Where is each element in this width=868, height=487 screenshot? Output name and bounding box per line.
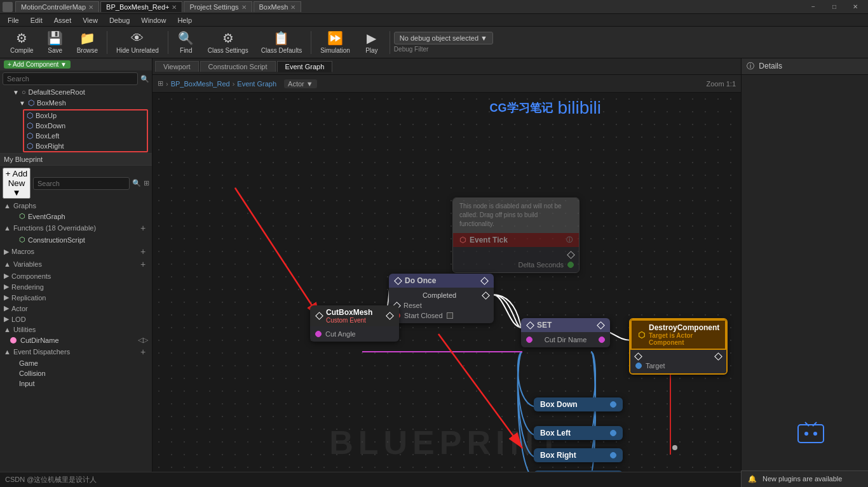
set-cut-dir-out[interactable]	[599, 337, 605, 343]
completed-pin[interactable]	[482, 291, 490, 300]
set-exec-in[interactable]	[526, 321, 534, 330]
components-header[interactable]: + Add Component ▼	[0, 58, 152, 70]
ed-add-icon[interactable]: +	[138, 347, 148, 357]
close-button[interactable]: ✕	[845, 0, 865, 14]
bilibili-tv-icon	[792, 417, 830, 449]
replication-section[interactable]: ▶ Replication	[0, 292, 152, 303]
tree-item-boxup[interactable]: ⬡ BoxUp	[24, 110, 147, 121]
simulation-button[interactable]: ⏩ Simulation	[315, 29, 355, 57]
do-once-exec-out[interactable]	[480, 277, 489, 285]
hide-unrelated-button[interactable]: 👁 Hide Unrelated	[111, 29, 164, 57]
start-closed-checkbox[interactable]	[447, 312, 453, 319]
tab-close-icon[interactable]: ✕	[172, 4, 177, 11]
tree-item-scene-root[interactable]: ▼ ○ DefaultSceneRoot	[0, 87, 152, 97]
box-right-node[interactable]: Box Right	[534, 448, 623, 462]
debug-filter-dropdown[interactable]: No debug object selected ▼	[394, 32, 493, 44]
box-left-out-pin[interactable]	[610, 430, 616, 436]
tab-event-graph[interactable]: Event Graph	[277, 61, 333, 72]
tab-motion-controller[interactable]: MotionControllerMap ✕	[15, 1, 99, 12]
exec-out-pin[interactable]	[567, 251, 575, 259]
ed-game[interactable]: Game	[0, 358, 152, 368]
menu-debug[interactable]: Debug	[104, 15, 135, 25]
var-expand-icon: ◁▷	[138, 336, 148, 344]
tree-item-boxright[interactable]: ⬡ BoxRight	[24, 141, 147, 151]
tab-boxmesh[interactable]: BoxMesh ✕	[254, 1, 302, 12]
event-dispatchers-section[interactable]: ▲ Event Dispatchers +	[0, 345, 152, 358]
view-options-icon[interactable]: ⊞	[144, 179, 149, 187]
class-settings-button[interactable]: ⚙ Class Settings	[203, 29, 254, 57]
tab-close-icon[interactable]: ✕	[241, 4, 247, 11]
tree-item-boxdown[interactable]: ⬡ BoxDown	[24, 121, 147, 131]
compile-button[interactable]: ⚙ Compile	[5, 29, 39, 57]
destroy-component-node[interactable]: ⬡ DestroyComponent Target is Actor Compo…	[629, 318, 728, 375]
event-tick-node[interactable]: This node is disabled and will not be ca…	[452, 197, 580, 273]
add-new-button[interactable]: + Add New ▼	[3, 168, 31, 199]
destroy-exec-in[interactable]	[634, 352, 642, 361]
breadcrumb-current[interactable]: Event Graph	[237, 80, 276, 88]
actor-dropdown[interactable]: Actor ▼	[284, 79, 317, 88]
save-button[interactable]: 💾 Save	[41, 29, 69, 57]
breadcrumb-root[interactable]: BP_BoxMesh_Red	[171, 80, 230, 88]
actor-section[interactable]: ▶ Actor	[0, 303, 152, 314]
event-graph-item[interactable]: ⬡ EventGraph	[0, 211, 152, 222]
maximize-button[interactable]: □	[824, 0, 844, 14]
cutbox-exec-in[interactable]	[315, 312, 323, 320]
components-search-input[interactable]	[3, 72, 138, 85]
tab-close-icon[interactable]: ✕	[290, 4, 295, 11]
tab-construction-script[interactable]: Construction Script	[200, 61, 276, 72]
tree-item-boxleft[interactable]: ⬡ BoxLeft	[24, 131, 147, 141]
cutdirname-variable[interactable]: CutDirName ◁▷	[0, 335, 152, 345]
rendering-section[interactable]: ▶ Rendering	[0, 281, 152, 292]
menu-help[interactable]: Help	[172, 15, 197, 25]
set-exec-out[interactable]	[597, 321, 605, 330]
box-left-node[interactable]: Box Left	[534, 426, 623, 440]
box-down-out-pin[interactable]	[610, 401, 616, 408]
my-bp-search-input[interactable]	[33, 177, 130, 190]
toolbar: ⚙ Compile 💾 Save 📁 Browse 👁 Hide Unrelat…	[0, 27, 868, 58]
tab-close-icon[interactable]: ✕	[88, 4, 93, 11]
do-once-node[interactable]: Do Once Completed Reset Sta	[389, 274, 494, 323]
minimize-button[interactable]: −	[803, 0, 824, 14]
cut-angle-pin[interactable]	[315, 331, 322, 337]
tab-bp-boxmesh-red[interactable]: BP_BoxMesh_Red+ ✕	[100, 1, 182, 12]
macros-section[interactable]: ▶ Macros +	[0, 245, 152, 258]
ed-collision[interactable]: Collision	[0, 368, 152, 378]
menu-view[interactable]: View	[78, 15, 103, 25]
play-icon: ▶	[367, 30, 376, 46]
cutbox-exec-out[interactable]	[386, 312, 394, 320]
set-node[interactable]: SET Cut Dir Name	[521, 318, 610, 347]
play-button[interactable]: ▶ Play	[358, 29, 386, 57]
do-once-exec-in[interactable]	[394, 277, 402, 285]
functions-add-icon[interactable]: +	[138, 223, 148, 233]
lod-section[interactable]: ▶ LOD	[0, 314, 152, 324]
box-down-node[interactable]: Box Down	[534, 397, 623, 411]
tab-project-settings[interactable]: Project Settings ✕	[184, 1, 252, 12]
utilities-section[interactable]: ▲ Utilities	[0, 324, 152, 335]
menu-edit[interactable]: Edit	[25, 15, 48, 25]
cut-box-mesh-node[interactable]: CutBoxMesh Custom Event Cut Angle	[310, 305, 399, 342]
tree-item-boxmesh[interactable]: ▼ ⬡ BoxMesh	[0, 97, 152, 109]
target-pin[interactable]	[635, 363, 642, 369]
menu-asset[interactable]: Asset	[49, 15, 77, 25]
menu-window[interactable]: Window	[136, 15, 171, 25]
macros-add-icon[interactable]: +	[138, 246, 148, 257]
browse-button[interactable]: 📁 Browse	[72, 29, 103, 57]
components-sub-section[interactable]: ▶ Components	[0, 270, 152, 281]
add-component-button[interactable]: + Add Component ▼	[4, 60, 71, 69]
find-button[interactable]: 🔍 Find	[172, 29, 200, 57]
functions-section[interactable]: ▲ Functions (18 Overridable) +	[0, 222, 152, 234]
construction-script-item[interactable]: ⬡ ConstructionScript	[0, 234, 152, 245]
set-cut-dir-in[interactable]	[526, 337, 532, 343]
variables-add-icon[interactable]: +	[138, 259, 148, 269]
class-defaults-button[interactable]: 📋 Class Defaults	[256, 29, 307, 57]
graphs-section[interactable]: ▲ Graphs	[0, 201, 152, 211]
menu-file[interactable]: File	[3, 15, 24, 25]
graph-canvas[interactable]: BLUEPRINT	[153, 93, 741, 487]
ed-input[interactable]: Input	[0, 378, 152, 389]
box-right-out-pin[interactable]	[610, 452, 616, 458]
delta-seconds-pin[interactable]	[567, 262, 574, 268]
variables-section[interactable]: ▲ Variables +	[0, 258, 152, 270]
destroy-exec-out[interactable]	[714, 352, 722, 361]
set-body: Cut Dir Name	[521, 332, 610, 347]
tab-viewport[interactable]: Viewport	[155, 61, 199, 72]
